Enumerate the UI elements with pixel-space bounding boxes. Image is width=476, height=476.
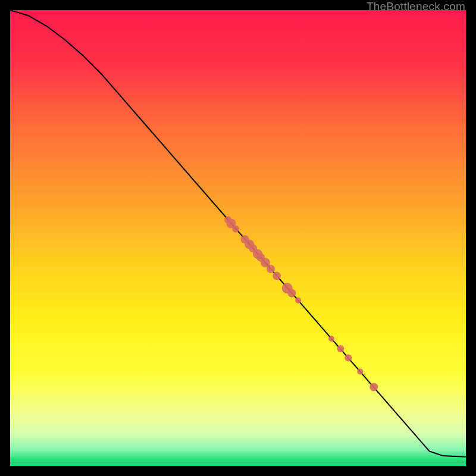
scatter-point xyxy=(345,355,352,362)
chart-frame xyxy=(10,10,466,466)
chart-svg xyxy=(10,10,466,466)
scatter-point xyxy=(337,345,344,352)
scatter-point xyxy=(267,265,275,273)
attribution-text: TheBottleneck.com xyxy=(367,0,465,13)
scatter-point xyxy=(295,298,301,303)
scatter-point xyxy=(328,336,334,342)
scatter-point xyxy=(369,383,378,392)
scatter-point xyxy=(357,368,363,374)
scatter-point xyxy=(287,289,296,298)
scatter-point xyxy=(232,226,239,233)
gradient-background xyxy=(10,10,466,466)
scatter-point xyxy=(273,272,281,280)
